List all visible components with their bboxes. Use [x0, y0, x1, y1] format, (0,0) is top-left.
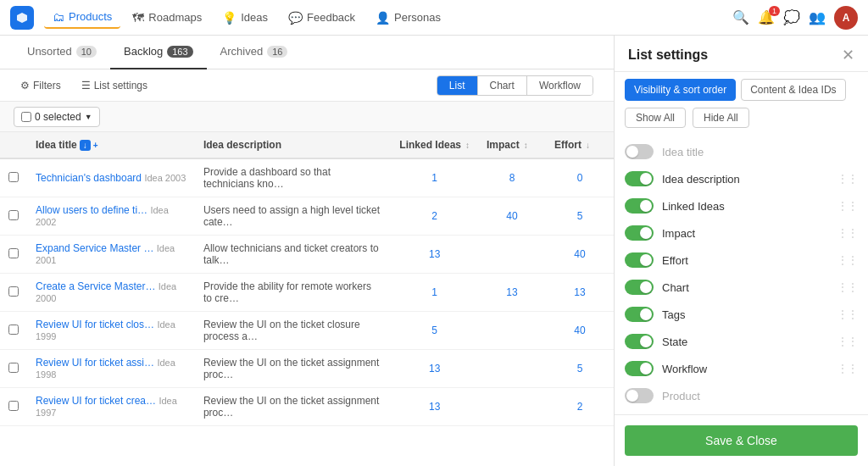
- toggle-impact[interactable]: [625, 225, 654, 241]
- row-title-cell: Review UI for ticket assi… Idea 1998: [27, 350, 195, 388]
- col-header-checkbox: [0, 132, 27, 158]
- linked-value: 5: [431, 325, 437, 336]
- toggle-chart[interactable]: [625, 280, 654, 295]
- view-chart-button[interactable]: Chart: [478, 76, 527, 95]
- col-header-impact[interactable]: Impact ↕: [478, 132, 546, 158]
- row-effort-cell: 40: [546, 236, 614, 274]
- drag-handle-workflow[interactable]: ⋮⋮: [837, 363, 858, 374]
- toggle-wrap-tags: [625, 307, 654, 322]
- nav-item-ideas[interactable]: 💡 Ideas: [214, 8, 276, 28]
- row-linked-cell: 1: [391, 158, 478, 197]
- setting-item-product: Product: [615, 382, 868, 409]
- users-icon[interactable]: 👥: [809, 9, 826, 25]
- row-checkbox-cell: [0, 274, 27, 312]
- row-checkbox[interactable]: [8, 172, 19, 182]
- panel-footer: Save & Close: [615, 414, 868, 466]
- sort-down-icon[interactable]: ↓: [80, 140, 91, 151]
- toggle-wrap-product: [625, 388, 654, 403]
- personas-icon: 👤: [376, 11, 390, 25]
- effort-value: 13: [574, 286, 585, 298]
- tab-unsorted-badge: 10: [76, 46, 97, 58]
- select-checkbox[interactable]: [21, 112, 31, 122]
- col-header-effort[interactable]: Effort ↓: [546, 132, 614, 158]
- row-checkbox-cell: [0, 350, 27, 388]
- col-effort-sort-icon[interactable]: ↓: [586, 141, 590, 150]
- setting-label-workflow: Workflow: [662, 363, 829, 375]
- view-workflow-button[interactable]: Workflow: [527, 76, 593, 95]
- feedback-icon: 💬: [288, 11, 303, 25]
- toggle-state[interactable]: [625, 334, 654, 349]
- drag-handle-state[interactable]: ⋮⋮: [837, 336, 858, 347]
- idea-title-link[interactable]: Review UI for ticket crea…: [36, 395, 156, 407]
- col-header-title[interactable]: Idea title ↓ +: [27, 132, 195, 158]
- save-close-button[interactable]: Save & Close: [625, 425, 858, 456]
- idea-title-link[interactable]: Allow users to define ti…: [36, 204, 147, 216]
- filters-label: Filters: [33, 80, 61, 92]
- nav-item-products[interactable]: 🗂 Products: [44, 7, 120, 29]
- drag-handle-idea_description[interactable]: ⋮⋮: [837, 173, 858, 185]
- notifications-icon[interactable]: 🔔1: [758, 9, 775, 25]
- row-checkbox-cell: [0, 312, 27, 350]
- idea-description: Users need to assign a high level ticket…: [203, 204, 380, 228]
- row-linked-cell: 5: [391, 312, 478, 350]
- row-checkbox[interactable]: [8, 286, 19, 297]
- idea-description: Provide the ability for remote workers t…: [203, 280, 371, 304]
- top-nav: 🗂 Products 🗺 Roadmaps 💡 Ideas 💬 Feedback…: [0, 0, 868, 36]
- toggle-idea_title[interactable]: [625, 144, 654, 159]
- row-title-cell: Review UI for ticket crea… Idea 1997: [27, 388, 195, 426]
- nav-item-roadmaps[interactable]: 🗺 Roadmaps: [124, 8, 210, 28]
- toggle-wrap-impact: [625, 225, 654, 241]
- toggle-product[interactable]: [625, 388, 654, 403]
- row-checkbox[interactable]: [8, 210, 19, 220]
- drag-handle-effort[interactable]: ⋮⋮: [837, 254, 858, 266]
- user-avatar[interactable]: A: [834, 6, 858, 30]
- col-title-add-icon[interactable]: +: [93, 141, 98, 150]
- col-header-linked[interactable]: Linked Ideas ↕: [391, 132, 478, 158]
- select-label: 0 selected: [35, 111, 81, 123]
- toggle-workflow[interactable]: [625, 361, 654, 376]
- list-settings-button[interactable]: ☰ List settings: [75, 76, 154, 95]
- linked-value: 1: [431, 172, 437, 184]
- search-icon[interactable]: 🔍: [732, 9, 749, 25]
- idea-title-link[interactable]: Review UI for ticket clos…: [36, 319, 154, 330]
- col-impact-sort-icon[interactable]: ↕: [524, 141, 528, 150]
- row-checkbox[interactable]: [8, 363, 19, 373]
- row-title-cell: Review UI for ticket clos… Idea 1999: [27, 312, 195, 350]
- settings-list: Idea title Idea description ⋮⋮ Linked Id…: [615, 135, 868, 414]
- row-checkbox[interactable]: [8, 325, 19, 335]
- idea-id: Idea 2003: [144, 173, 186, 183]
- select-button[interactable]: 0 selected ▼: [14, 107, 100, 127]
- app-logo[interactable]: [10, 6, 34, 30]
- idea-title-link[interactable]: Expand Service Master …: [36, 242, 153, 254]
- drag-handle-impact[interactable]: ⋮⋮: [837, 227, 858, 239]
- drag-handle-linked_ideas[interactable]: ⋮⋮: [837, 200, 858, 212]
- row-effort-cell: 5: [546, 197, 614, 236]
- idea-title-link[interactable]: Create a Service Master…: [36, 280, 155, 292]
- idea-title-link[interactable]: Review UI for ticket assi…: [36, 357, 154, 369]
- filters-button[interactable]: ⚙ Filters: [14, 76, 68, 95]
- tab-backlog[interactable]: Backlog 163: [110, 36, 207, 69]
- ideas-icon: 💡: [222, 11, 236, 25]
- row-checkbox[interactable]: [8, 248, 19, 258]
- toggle-idea_description[interactable]: [625, 171, 654, 186]
- toggle-effort[interactable]: [625, 252, 654, 268]
- drag-handle-chart[interactable]: ⋮⋮: [837, 281, 858, 293]
- tab-archived[interactable]: Archived 16: [207, 36, 302, 69]
- col-linked-sort-icon[interactable]: ↕: [465, 141, 470, 150]
- row-checkbox[interactable]: [8, 401, 19, 411]
- row-linked-cell: 13: [391, 236, 478, 274]
- view-list-button[interactable]: List: [437, 76, 478, 95]
- toggle-linked_ideas[interactable]: [625, 198, 654, 214]
- nav-item-personas[interactable]: 👤 Personas: [367, 8, 449, 28]
- row-impact-cell: [478, 312, 546, 350]
- setting-label-linked_ideas: Linked Ideas: [662, 200, 829, 213]
- messages-icon[interactable]: 💭: [783, 9, 800, 25]
- drag-handle-tags[interactable]: ⋮⋮: [837, 308, 858, 320]
- row-checkbox-cell: [0, 197, 27, 236]
- toggle-wrap-idea_title: [625, 144, 654, 159]
- tab-unsorted[interactable]: Unsorted 10: [14, 36, 110, 69]
- idea-title-link[interactable]: Technician's dashboard: [36, 172, 142, 184]
- toggle-tags[interactable]: [625, 307, 654, 322]
- nav-item-feedback[interactable]: 💬 Feedback: [280, 8, 364, 28]
- toggle-wrap-chart: [625, 280, 654, 295]
